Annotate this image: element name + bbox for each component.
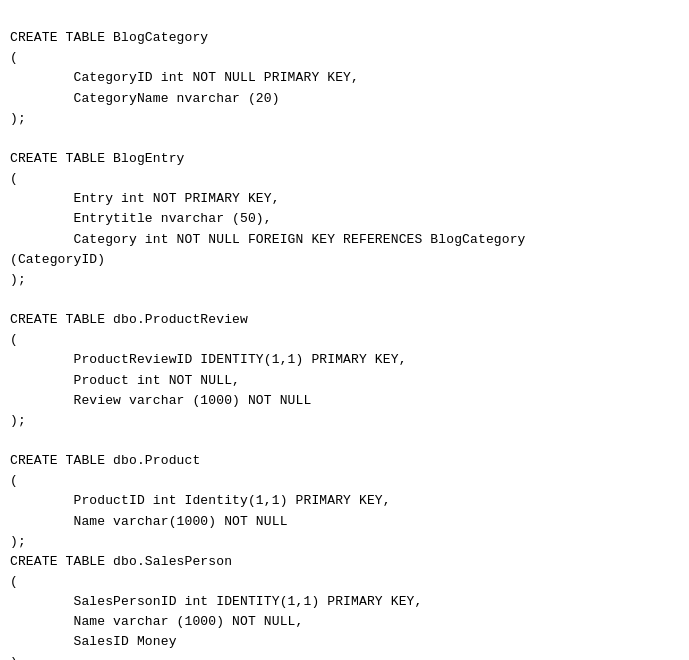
- keyword5: CREATE: [10, 554, 58, 569]
- keyword4: CREATE: [10, 453, 58, 468]
- keyword2: CREATE: [10, 151, 58, 166]
- block1: CREATE TABLE BlogCategory ( CategoryID i…: [10, 30, 526, 660]
- keyword1: CREATE: [10, 30, 58, 45]
- keyword3: CREATE: [10, 312, 58, 327]
- sql-code-display: CREATE TABLE BlogCategory ( CategoryID i…: [10, 8, 679, 660]
